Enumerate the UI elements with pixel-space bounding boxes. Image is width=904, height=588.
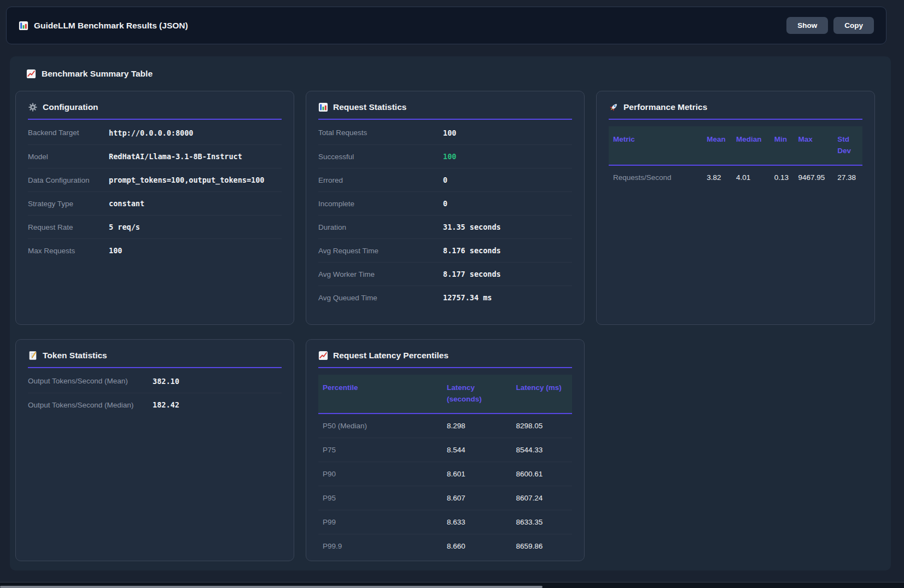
- request-statistics-card-title: Request Statistics: [318, 102, 572, 112]
- cell-latency-ms: 8544.33: [511, 438, 572, 462]
- row-value: RedHatAI/Llama-3.1-8B-Instruct: [109, 152, 242, 161]
- stat-row-successful: Successful 100: [318, 144, 572, 168]
- row-value: 8.176 seconds: [443, 246, 501, 255]
- header-bar: GuideLLM Benchmark Results (JSON) Show C…: [6, 7, 886, 44]
- column-header-min: Min: [770, 126, 794, 165]
- row-value: 100: [109, 246, 122, 255]
- memo-icon: [28, 351, 38, 360]
- title-underline: [28, 119, 282, 120]
- request-statistics-card: Request Statistics Total Requests 100 Su…: [306, 91, 585, 325]
- latency-percentiles-card: Request Latency Percentiles Percentile L…: [306, 339, 585, 561]
- configuration-card-title: Configuration: [28, 102, 282, 112]
- cell-latency-ms: 8298.05: [511, 414, 572, 438]
- row-value: prompt_tokens=100,output_tokens=100: [109, 176, 264, 184]
- row-value: 31.35 seconds: [443, 223, 501, 231]
- cell-percentile: P95: [318, 486, 442, 510]
- row-label: Model: [28, 153, 109, 161]
- cell-percentile: P99.9: [318, 534, 442, 558]
- horizontal-scrollbar-thumb[interactable]: [0, 586, 543, 588]
- row-label: Avg Worker Time: [318, 270, 443, 278]
- token-statistics-card-title: Token Statistics: [28, 351, 282, 360]
- cell-latency-seconds: 8.544: [442, 438, 511, 462]
- show-button[interactable]: Show: [786, 17, 828, 34]
- column-header-percentile: Percentile: [318, 375, 442, 413]
- percentiles-table-header: Percentile Latency (seconds) Latency (ms…: [318, 375, 572, 414]
- stat-row-incomplete: Incomplete 0: [318, 191, 572, 215]
- configuration-card: Configuration Backend Target http://0.0.…: [15, 91, 294, 325]
- row-value: 100: [443, 129, 456, 137]
- row-value: 0: [443, 199, 447, 208]
- section-title-label: Benchmark Summary Table: [42, 69, 153, 79]
- cell-latency-seconds: 8.660: [442, 534, 511, 558]
- cell-min: 0.13: [770, 166, 794, 189]
- cell-latency-ms: 8607.24: [511, 486, 572, 510]
- cell-metric: Requests/Second: [609, 166, 702, 189]
- cell-percentile: P90: [318, 462, 442, 486]
- row-label: Strategy Type: [28, 200, 109, 208]
- configuration-card-title-label: Configuration: [43, 102, 98, 112]
- config-row-strategy-type: Strategy Type constant: [28, 191, 282, 215]
- column-header-max: Max: [794, 126, 833, 165]
- config-row-model: Model RedHatAI/Llama-3.1-8B-Instruct: [28, 144, 282, 168]
- cell-latency-ms: 8600.61: [511, 462, 572, 486]
- row-value: 8.177 seconds: [443, 270, 501, 278]
- latency-percentiles-card-title-label: Request Latency Percentiles: [333, 351, 448, 360]
- row-value: 12757.34 ms: [443, 293, 492, 302]
- config-row-backend-target: Backend Target http://0.0.0.0:8000: [28, 121, 282, 144]
- copy-button[interactable]: Copy: [833, 17, 874, 34]
- performance-metrics-card: Performance Metrics Metric Mean Median M…: [596, 91, 875, 325]
- table-row-p75: P75 8.544 8544.33: [318, 438, 572, 462]
- stat-row-errored: Errored 0: [318, 168, 572, 191]
- token-row-median: Output Tokens/Second (Median) 182.42: [28, 393, 282, 416]
- cell-percentile: P75: [318, 438, 442, 462]
- row-label: Successful: [318, 153, 443, 161]
- row-value: 0: [443, 176, 447, 184]
- title-underline: [609, 119, 862, 120]
- row-label: Output Tokens/Second (Median): [28, 401, 153, 409]
- bar-chart-icon: [318, 102, 328, 112]
- row-label: Incomplete: [318, 200, 443, 208]
- header-buttons: Show Copy: [786, 17, 874, 34]
- stat-row-duration: Duration 31.35 seconds: [318, 215, 572, 238]
- window-title: GuideLLM Benchmark Results (JSON): [34, 21, 188, 31]
- window-title-group: GuideLLM Benchmark Results (JSON): [19, 21, 188, 31]
- cell-latency-seconds: 8.298: [442, 414, 511, 438]
- gear-icon: [28, 102, 38, 112]
- table-row-p99: P99 8.633 8633.35: [318, 510, 572, 534]
- table-row-p50: P50 (Median) 8.298 8298.05: [318, 414, 572, 438]
- stat-row-avg-request-time: Avg Request Time 8.176 seconds: [318, 238, 572, 262]
- stat-row-total-requests: Total Requests 100: [318, 121, 572, 144]
- row-value-success: 100: [443, 152, 456, 161]
- row-label: Output Tokens/Second (Mean): [28, 377, 153, 385]
- table-row-p95: P95 8.607 8607.24: [318, 486, 572, 510]
- cell-std-dev: 27.38: [833, 166, 862, 189]
- column-header-median: Median: [732, 126, 770, 165]
- row-value: 382.10: [153, 377, 179, 386]
- cell-median: 4.01: [732, 166, 770, 189]
- stat-row-avg-worker-time: Avg Worker Time 8.177 seconds: [318, 262, 572, 286]
- column-header-metric: Metric: [609, 126, 702, 165]
- config-row-data-configuration: Data Configuration prompt_tokens=100,out…: [28, 168, 282, 191]
- table-row-p99-9: P99.9 8.660 8659.86: [318, 534, 572, 558]
- row-value: constant: [109, 199, 144, 208]
- cell-latency-seconds: 8.607: [442, 486, 511, 510]
- performance-metrics-card-title-label: Performance Metrics: [623, 102, 707, 112]
- row-value: 182.42: [153, 400, 179, 409]
- column-header-mean: Mean: [702, 126, 732, 165]
- latency-percentiles-card-title: Request Latency Percentiles: [318, 351, 572, 360]
- column-header-latency-ms: Latency (ms): [511, 375, 572, 413]
- token-row-mean: Output Tokens/Second (Mean) 382.10: [28, 369, 282, 393]
- row-label: Avg Queued Time: [318, 294, 443, 302]
- row-value: 5 req/s: [109, 223, 140, 231]
- token-statistics-card: Token Statistics Output Tokens/Second (M…: [15, 339, 294, 561]
- row-label: Backend Target: [28, 129, 109, 137]
- performance-metrics-card-title: Performance Metrics: [609, 102, 862, 112]
- title-underline: [28, 367, 282, 368]
- bar-chart-icon: [19, 21, 28, 31]
- cell-latency-ms: 8633.35: [511, 510, 572, 534]
- token-statistics-card-title-label: Token Statistics: [43, 351, 107, 360]
- cell-mean: 3.82: [702, 166, 732, 189]
- row-label: Request Rate: [28, 223, 109, 231]
- title-underline: [318, 367, 572, 368]
- cell-percentile: P99: [318, 510, 442, 534]
